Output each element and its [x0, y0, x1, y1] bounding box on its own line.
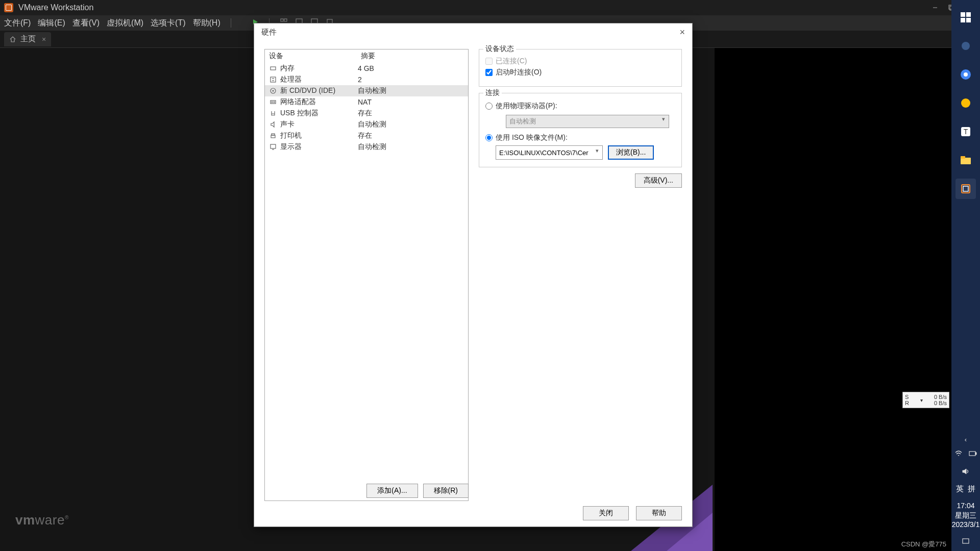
device-row[interactable]: 打印机存在 — [265, 130, 468, 141]
device-row[interactable]: USB 控制器存在 — [265, 108, 468, 119]
connected-checkbox — [485, 58, 493, 65]
device-name: 打印机 — [280, 131, 302, 140]
menu-edit[interactable]: 编辑(E) — [38, 18, 65, 29]
remove-button[interactable]: 移除(R) — [423, 484, 469, 498]
svg-rect-5 — [281, 19, 283, 21]
device-icon — [269, 76, 277, 84]
windows-taskbar: T ‹ 英拼 17:04 星期三 2023/3/1 — [951, 0, 980, 551]
svg-rect-37 — [963, 186, 968, 191]
device-icon — [269, 87, 277, 95]
device-name: 网络适配器 — [280, 97, 316, 107]
svg-point-18 — [272, 102, 273, 103]
device-icon — [269, 143, 277, 151]
col-summary: 摘要 — [361, 52, 375, 61]
device-row[interactable]: 处理器2 — [265, 74, 468, 85]
svg-rect-11 — [271, 67, 276, 70]
svg-rect-22 — [271, 144, 276, 148]
svg-rect-6 — [284, 19, 287, 21]
vmware-logo: vmware® — [15, 512, 69, 528]
use-physical-label: 使用物理驱动器(P): — [496, 102, 557, 111]
device-icon — [269, 132, 277, 140]
device-row[interactable]: 显示器自动检测 — [265, 141, 468, 153]
network-monitor: SR ▾ 0 B/s0 B/s — [902, 392, 949, 408]
connect-start-label: 启动时连接(O) — [496, 68, 542, 77]
device-icon — [269, 109, 277, 117]
svg-rect-35 — [961, 156, 965, 159]
app-icon[interactable] — [955, 36, 976, 56]
start-icon[interactable] — [955, 7, 976, 28]
vmware-taskbar-icon[interactable] — [955, 179, 976, 199]
connect-on-start-checkbox[interactable] — [485, 69, 493, 76]
svg-rect-12 — [271, 77, 276, 82]
tab-home[interactable]: 主页 × — [4, 32, 51, 46]
svg-rect-27 — [966, 18, 971, 22]
device-icon — [269, 98, 277, 106]
svg-point-28 — [962, 42, 970, 50]
device-summary: 2 — [358, 76, 362, 84]
connection-group: 连接 使用物理驱动器(P): 使用 ISO 映像文件(M): 浏览(B)... — [479, 93, 682, 167]
svg-point-30 — [964, 72, 968, 77]
app-title: VMware Workstation — [18, 3, 93, 12]
svg-rect-24 — [961, 12, 965, 17]
svg-rect-25 — [966, 12, 971, 17]
device-row[interactable]: 内存4 GB — [265, 63, 468, 74]
use-physical-radio[interactable] — [485, 103, 493, 110]
use-iso-radio[interactable] — [485, 134, 493, 141]
wifi-icon — [954, 449, 963, 458]
device-summary: 存在 — [358, 131, 372, 140]
svg-point-31 — [961, 98, 970, 108]
menu-file[interactable]: 文件(F) — [4, 18, 31, 29]
device-summary: 自动检测 — [358, 86, 386, 95]
help-button[interactable]: 帮助 — [636, 506, 682, 520]
svg-rect-20 — [271, 135, 275, 138]
add-button[interactable]: 添加(A)... — [366, 484, 418, 498]
dialog-title: 硬件 — [261, 28, 277, 37]
svg-rect-38 — [969, 452, 975, 456]
dialog-close-icon[interactable]: × — [679, 27, 685, 38]
device-name: 显示器 — [280, 142, 302, 152]
physical-drive-select — [506, 115, 669, 128]
tray-chevron[interactable]: ‹ — [965, 434, 967, 445]
explorer-icon[interactable] — [955, 150, 976, 170]
device-row[interactable]: 新 CD/DVD (IDE)自动检测 — [265, 85, 468, 96]
svg-rect-21 — [272, 134, 275, 135]
iso-path-input[interactable] — [496, 145, 603, 160]
device-status-group: 设备状态 已连接(C) 启动时连接(O) — [479, 49, 682, 87]
menu-view[interactable]: 查看(V) — [72, 18, 100, 29]
advanced-button[interactable]: 高级(V)... — [635, 173, 682, 188]
text-icon[interactable]: T — [955, 121, 976, 142]
status-legend: 设备状态 — [483, 44, 516, 54]
svg-rect-26 — [961, 18, 965, 22]
device-summary: 存在 — [358, 109, 372, 118]
vmware-icon — [4, 3, 13, 12]
chrome-icon[interactable] — [955, 64, 976, 85]
svg-point-19 — [274, 102, 275, 103]
volume-icon[interactable] — [960, 463, 972, 481]
device-icon — [269, 120, 277, 129]
close-button[interactable]: 关闭 — [583, 506, 629, 520]
app-icon[interactable] — [955, 93, 976, 113]
svg-point-16 — [273, 90, 274, 91]
col-device: 设备 — [269, 52, 361, 61]
device-summary: 自动检测 — [358, 142, 386, 152]
clock[interactable]: 17:04 星期三 2023/3/1 — [952, 497, 980, 533]
menu-vm[interactable]: 虚拟机(M) — [107, 18, 143, 29]
device-row[interactable]: 网络适配器NAT — [265, 96, 468, 108]
menu-help[interactable]: 帮助(H) — [193, 18, 220, 29]
notifications-icon[interactable] — [960, 533, 972, 551]
titlebar: VMware Workstation — [0, 0, 980, 15]
minimize-button[interactable] — [927, 0, 943, 15]
device-name: 处理器 — [280, 75, 302, 84]
svg-text:T: T — [964, 128, 968, 136]
tab-close-icon[interactable]: × — [42, 35, 46, 43]
menu-tabs[interactable]: 选项卡(T) — [151, 18, 185, 29]
home-icon — [9, 36, 16, 43]
battery-icon — [969, 449, 977, 458]
tray-icons[interactable] — [952, 445, 979, 463]
hardware-dialog: 硬件 × 设备 摘要 内存4 GB处理器2新 CD/DVD (IDE)自动检测网… — [254, 23, 693, 527]
ime-indicator[interactable]: 英拼 — [956, 481, 975, 497]
device-row[interactable]: 声卡自动检测 — [265, 119, 468, 130]
device-name: 内存 — [280, 64, 295, 73]
device-summary: 4 GB — [358, 64, 374, 72]
browse-button[interactable]: 浏览(B)... — [608, 145, 654, 160]
